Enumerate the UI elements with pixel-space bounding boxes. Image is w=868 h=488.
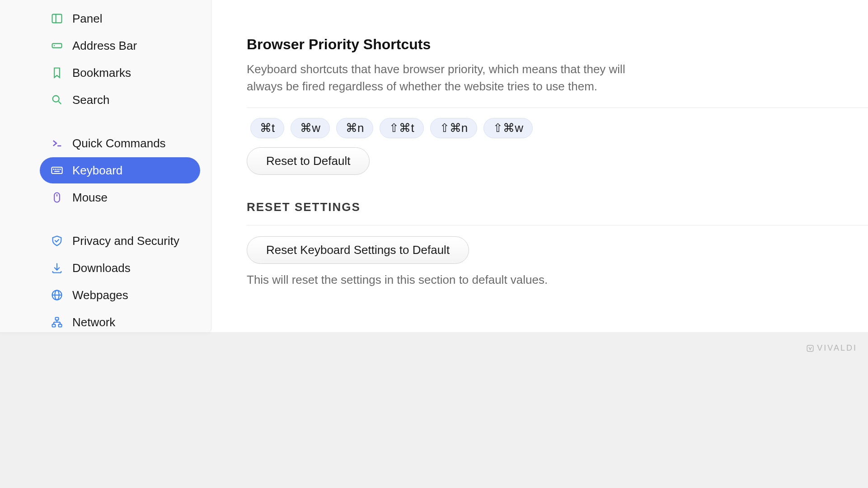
sidebar-item-keyboard[interactable]: Keyboard [40, 157, 200, 183]
reset-settings-desc: This will reset the settings in this sec… [247, 273, 868, 287]
sidebar-item-address-bar[interactable]: Address Bar [40, 33, 200, 59]
bookmark-icon [50, 66, 64, 80]
svg-rect-20 [52, 324, 56, 327]
sidebar-label: Mouse [72, 191, 108, 205]
reset-keyboard-button[interactable]: Reset Keyboard Settings to Default [247, 236, 469, 264]
sidebar-label: Network [72, 315, 115, 329]
network-icon [50, 315, 64, 329]
shortcut-chip[interactable]: ⇧⌘t [380, 118, 423, 138]
svg-point-8 [53, 169, 54, 169]
sidebar-label: Bookmarks [72, 66, 131, 80]
sidebar-item-search[interactable]: Search [40, 87, 200, 113]
sidebar-item-quick-commands[interactable]: Quick Commands [40, 130, 200, 156]
settings-content: Browser Priority Shortcuts Keyboard shor… [211, 0, 868, 332]
panel-icon [50, 11, 64, 26]
svg-line-5 [59, 102, 61, 104]
search-icon [50, 93, 64, 107]
priority-shortcuts-title: Browser Priority Shortcuts [247, 36, 868, 53]
shortcut-chip[interactable]: ⇧⌘w [483, 118, 533, 138]
shortcut-chip[interactable]: ⌘w [291, 118, 330, 138]
sidebar-item-network[interactable]: Network [40, 309, 200, 335]
download-icon [50, 261, 64, 275]
sidebar-label: Keyboard [72, 164, 122, 178]
quick-commands-icon [50, 136, 64, 150]
settings-sidebar: Panel Address Bar Bookmarks Search [0, 0, 211, 332]
shortcuts-row: ⌘t ⌘w ⌘n ⇧⌘t ⇧⌘n ⇧⌘w [247, 108, 868, 138]
shortcut-chip[interactable]: ⌘t [250, 118, 284, 138]
sidebar-item-panel[interactable]: Panel [40, 5, 200, 32]
sidebar-label: Webpages [72, 288, 128, 302]
sidebar-item-privacy[interactable]: Privacy and Security [40, 228, 200, 254]
globe-icon [50, 288, 64, 302]
svg-point-10 [58, 169, 58, 169]
svg-rect-19 [56, 318, 59, 320]
svg-rect-7 [52, 167, 62, 174]
vivaldi-brand: VIVALDI [806, 343, 857, 353]
address-bar-icon [50, 38, 64, 53]
sidebar-label: Privacy and Security [72, 234, 179, 248]
svg-point-4 [53, 96, 59, 102]
shield-icon [50, 234, 64, 248]
sidebar-label: Quick Commands [72, 136, 166, 150]
svg-rect-26 [807, 345, 814, 352]
shortcut-chip[interactable]: ⌘n [336, 118, 373, 138]
svg-point-11 [60, 169, 60, 169]
sidebar-item-webpages[interactable]: Webpages [40, 282, 200, 308]
sidebar-label: Search [72, 93, 109, 107]
reset-priority-button[interactable]: Reset to Default [247, 147, 370, 175]
reset-settings-heading: RESET SETTINGS [247, 200, 868, 225]
svg-rect-0 [52, 14, 62, 23]
sidebar-label: Panel [72, 12, 103, 26]
sidebar-label: Downloads [72, 261, 131, 275]
priority-shortcuts-desc: Keyboard shortcuts that have browser pri… [247, 61, 653, 95]
mouse-icon [50, 190, 64, 205]
sidebar-item-mouse[interactable]: Mouse [40, 184, 200, 211]
svg-rect-2 [52, 43, 62, 47]
shortcut-chip[interactable]: ⇧⌘n [430, 118, 477, 138]
sidebar-item-bookmarks[interactable]: Bookmarks [40, 60, 200, 86]
sidebar-label: Address Bar [72, 39, 137, 53]
sidebar-item-downloads[interactable]: Downloads [40, 255, 200, 281]
svg-rect-13 [54, 193, 60, 202]
svg-rect-21 [59, 324, 62, 327]
brand-text: VIVALDI [817, 343, 857, 353]
svg-point-9 [56, 169, 56, 169]
keyboard-icon [50, 163, 64, 178]
